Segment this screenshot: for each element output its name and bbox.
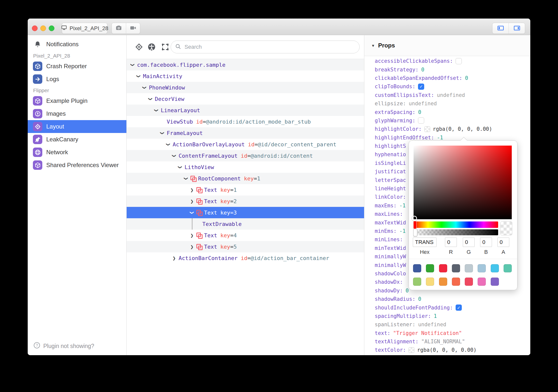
prop-checkbox[interactable]: ✓ [456,305,462,311]
screen-record-button[interactable] [126,23,140,34]
palette-swatch[interactable] [491,264,499,272]
tree-row[interactable]: ❯com.facebook.flipper.sample [127,59,364,70]
tree-row[interactable]: ❯Textkey=1 [127,184,364,196]
tree-row[interactable]: ❯LinearLayout [127,105,364,116]
sidebar-item-leakcanary[interactable]: LeakCanary [28,133,126,146]
chevron-down-icon[interactable]: ❯ [130,62,135,67]
tree-row[interactable]: ❯ActionBarOverlayLayoutid=@id/decor_cont… [127,139,364,150]
tree-attr-value: 4 [233,232,237,239]
sv-selector-handle[interactable] [412,216,417,221]
chevron-down-icon[interactable]: ❯ [142,85,147,90]
prop-checkbox[interactable] [418,117,424,124]
tree-node-name: TextDrawable [202,221,242,227]
tree-row[interactable]: ❯PhoneWindow [127,82,364,93]
palette-swatch[interactable] [465,264,473,272]
palette-swatch[interactable] [439,278,447,286]
search-box[interactable] [171,41,360,53]
saturation-brightness-area[interactable] [414,146,512,219]
palette-swatch[interactable] [413,278,421,286]
tree-row[interactable]: ❯MainActivity [127,70,364,82]
prop-checkbox[interactable] [456,58,462,64]
sidebar-item-images[interactable]: Images [28,107,126,120]
screenshot-button[interactable] [112,23,126,34]
sidebar-item-network[interactable]: Network [28,146,126,159]
color-swatch[interactable] [424,126,430,132]
tree-row[interactable]: ❯RootComponentkey=1 [127,173,364,184]
blue-input[interactable] [480,238,492,247]
alpha-slider-handle[interactable] [413,229,417,236]
sidebar-item-layout[interactable]: Layout [28,120,126,133]
palette-swatch[interactable] [413,264,421,272]
chevron-right-icon[interactable]: ❯ [189,244,194,249]
hue-slider-handle[interactable] [413,221,417,229]
zoom-window-button[interactable] [49,25,54,31]
tree-attr-equals: = [230,198,233,204]
sidebar-item-crash-reporter[interactable]: Crash Reporter [28,60,126,73]
red-input[interactable] [445,238,457,247]
device-selector-button[interactable]: Pixel_2_API_28 [62,23,107,34]
green-input[interactable] [463,238,475,247]
chevron-down-icon[interactable]: ❯ [184,176,188,181]
plugin-help-link[interactable]: ? Plugin not showing? [33,342,94,350]
palette-swatch[interactable] [426,278,434,286]
alpha-slider[interactable] [414,229,498,235]
color-swatch[interactable] [409,347,414,353]
palette-swatch[interactable] [452,278,460,286]
tree-row[interactable]: ❯FrameLayout [127,127,364,139]
chevron-right-icon[interactable]: ❯ [189,188,194,192]
palette-swatch[interactable] [491,278,499,286]
tree-row[interactable]: ❯DecorView [127,93,364,105]
chevron-right-icon[interactable]: ❯ [189,199,194,204]
toggle-right-sidebar-button[interactable] [509,23,525,34]
palette-swatch[interactable] [504,264,512,272]
sidebar-item-notifications[interactable]: Notifications [28,38,126,51]
tree-node-name: LithoView [185,164,214,170]
tree-row[interactable]: ❯ContentFrameLayoutid=@android:id/conten… [127,150,364,161]
accessibility-mode-button[interactable] [147,43,156,51]
tree-row[interactable]: ViewStubid=@android:id/action_mode_bar_s… [127,116,364,127]
palette-swatch[interactable] [452,264,460,272]
hex-input[interactable] [413,238,437,247]
tree-row[interactable]: TextDrawable [127,218,364,230]
palette-swatch[interactable] [465,278,473,286]
sidebar-item-logs[interactable]: Logs [28,73,126,86]
palette-swatch[interactable] [439,264,447,272]
hue-slider[interactable] [414,221,498,228]
palette-swatch[interactable] [478,264,486,272]
prop-checkbox[interactable]: ✓ [418,84,424,90]
palette-swatch[interactable] [426,264,434,272]
tree-row[interactable]: ❯Textkey=5 [127,241,364,252]
sidebar-item-example-plugin[interactable]: Example Plugin [28,94,126,107]
minimize-window-button[interactable] [40,25,46,31]
chevron-down-icon[interactable]: ❯ [160,131,165,135]
chevron-down-icon[interactable]: ❯ [154,108,159,113]
chevron-down-icon[interactable]: ❯ [190,210,194,215]
question-circle-icon: ? [33,342,41,350]
toggle-left-sidebar-button[interactable] [492,23,509,34]
tree-row[interactable]: ❯Textkey=3 [127,207,364,218]
tree-row[interactable]: ❯Textkey=2 [127,196,364,207]
select-element-button[interactable] [161,43,169,51]
props-header[interactable]: ▼ Props [364,35,530,56]
collapse-triangle-icon: ▼ [371,44,375,48]
chevron-down-icon[interactable]: ❯ [178,165,183,170]
alpha-input[interactable] [497,238,509,247]
close-window-button[interactable] [32,25,38,31]
target-icon [33,122,42,131]
chevron-down-icon[interactable]: ❯ [136,74,141,79]
tree-row[interactable]: ❯Textkey=4 [127,230,364,241]
chevron-right-icon[interactable]: ❯ [172,256,177,261]
plugin-help-label: Plugin not showing? [43,343,94,349]
prop-key: justificat [375,169,406,174]
chevron-down-icon[interactable]: ❯ [148,96,153,101]
tree-row[interactable]: ❯ActionBarContainerid=@id/action_bar_con… [127,252,364,264]
chevron-right-icon[interactable]: ❯ [189,233,194,238]
palette-swatch[interactable] [478,278,486,286]
target-mode-button[interactable] [135,43,143,51]
prop-value: 0 [406,288,409,294]
search-input[interactable] [184,44,355,50]
chevron-down-icon[interactable]: ❯ [172,153,177,158]
tree-row[interactable]: ❯LithoView [127,161,364,173]
chevron-down-icon[interactable]: ❯ [166,142,171,147]
sidebar-item-shared-preferences-viewer[interactable]: Shared Preferences Viewer [28,159,126,172]
